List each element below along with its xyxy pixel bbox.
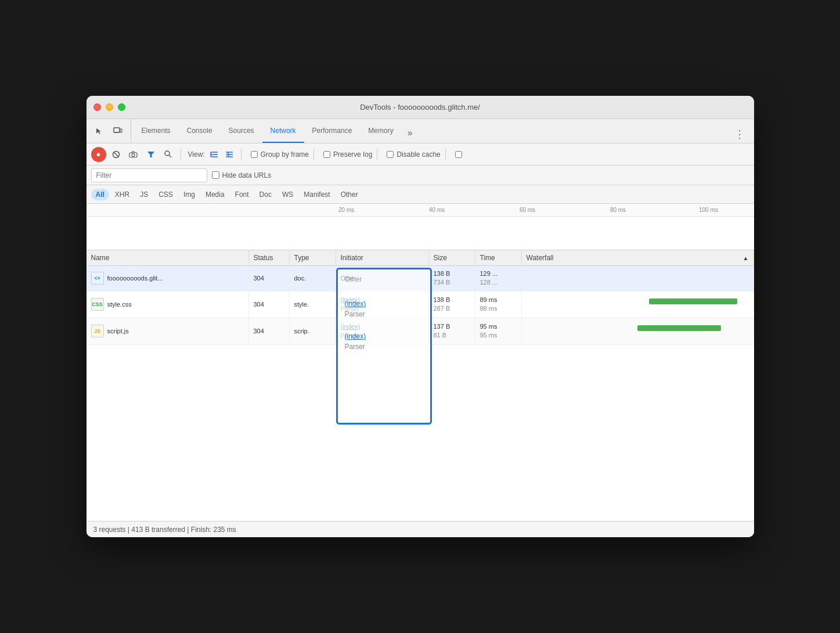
svg-line-4 [114,152,118,157]
header-time[interactable]: Time [475,250,522,265]
td-initiator-1: Other [336,266,429,291]
table-header: Name Status Type Initiator Size Time Wat… [86,250,754,266]
timeline-ruler: 20 ms 40 ms 60 ms 80 ms 100 ms [86,204,754,217]
tab-elements[interactable]: Elements [134,119,179,143]
view-label: View: [188,150,205,159]
table-row[interactable]: <> fooooooooods.glit... 304 doc. Other 1… [86,266,754,292]
status-text: 3 requests | 413 B transferred | Finish:… [93,526,236,534]
close-button[interactable] [93,103,101,111]
header-size[interactable]: Size [429,250,475,265]
traffic-lights [93,103,125,111]
nav-controls [91,119,131,143]
disable-cache-checkbox[interactable]: Disable cache [387,150,440,159]
tick-60ms: 60 ms [482,207,573,213]
td-initiator-2: (index) Parser [336,292,429,318]
minimize-button[interactable] [106,103,113,111]
separator-2 [241,149,241,160]
filter-bar: Hide data URLs [86,166,754,185]
tab-bar: Elements Console Sources Network Perform… [86,119,754,143]
td-status-1: 304 [249,266,290,291]
tab-memory[interactable]: Memory [360,119,401,143]
js-file-icon: JS [91,325,104,337]
network-toolbar: ● View: [86,143,754,166]
table-row[interactable]: JS script.js 304 scrip. (index) Parser 1… [86,318,754,345]
header-waterfall[interactable]: Waterfall ▲ [522,250,754,265]
td-type-3: scrip. [290,318,336,344]
td-size-3: 137 B 81 B [429,318,475,344]
td-size-2: 138 B 287 B [429,292,475,318]
td-waterfall-3 [522,318,754,338]
td-waterfall-1 [522,266,754,291]
status-bar: 3 requests | 413 B transferred | Finish:… [86,521,754,537]
clear-button[interactable] [109,147,124,162]
type-doc[interactable]: Doc [255,189,276,200]
td-size-1: 138 B 734 B [429,266,475,291]
header-name[interactable]: Name [86,250,249,265]
tab-sources[interactable]: Sources [221,119,262,143]
svg-line-9 [169,155,171,157]
tab-network[interactable]: Network [262,119,304,143]
type-media[interactable]: Media [201,189,229,200]
tab-console[interactable]: Console [179,119,221,143]
svg-point-8 [165,151,170,156]
hide-data-urls-checkbox[interactable]: Hide data URLs [212,171,272,179]
tab-performance[interactable]: Performance [304,119,360,143]
separator-4 [377,149,377,160]
td-name-2: CSS style.css [86,292,249,318]
timeline-graph [86,217,754,250]
type-other[interactable]: Other [336,189,363,200]
td-initiator-3: (index) Parser [336,318,429,344]
svg-marker-7 [147,152,154,157]
tabs: Elements Console Sources Network Perform… [134,119,419,143]
devtools-menu-button[interactable]: ⋮ [732,125,747,143]
waterfall-view-icon[interactable] [222,148,236,161]
tick-100ms: 100 ms [664,207,754,213]
td-waterfall-2 [522,292,754,311]
cursor-icon[interactable] [91,123,107,139]
device-icon[interactable] [110,123,126,139]
more-options-checkbox[interactable] [455,151,462,158]
filter-input[interactable] [91,168,207,182]
type-css[interactable]: CSS [154,189,178,200]
td-time-1: 129 ... 128 ... [475,266,522,291]
header-status[interactable]: Status [249,250,290,265]
type-all[interactable]: All [91,189,109,200]
header-initiator[interactable]: Initiator [336,250,429,265]
td-status-3: 304 [249,318,290,344]
window-title: DevTools - fooooooooods.glitch.me/ [360,103,480,112]
list-view-icon[interactable] [207,148,221,161]
timeline: 20 ms 40 ms 60 ms 80 ms 100 ms [86,204,754,250]
filter-icon[interactable] [143,147,158,162]
tick-20ms: 20 ms [301,207,392,213]
header-type[interactable]: Type [290,250,336,265]
separator-3 [313,149,314,160]
svg-rect-1 [120,129,122,132]
group-by-frame-checkbox[interactable]: Group by frame [251,150,309,159]
type-xhr[interactable]: XHR [110,189,134,200]
tick-80ms: 80 ms [573,207,664,213]
title-bar: DevTools - fooooooooods.glitch.me/ [86,96,754,119]
search-icon[interactable] [161,147,176,162]
preserve-log-checkbox[interactable]: Preserve log [323,150,372,159]
type-manifest[interactable]: Manifest [299,189,334,200]
svg-point-6 [132,153,135,156]
type-ws[interactable]: WS [277,189,298,200]
td-time-3: 95 ms 95 ms [475,318,522,344]
camera-icon[interactable] [126,147,141,162]
record-button[interactable]: ● [91,147,106,162]
more-tabs-button[interactable]: » [402,123,419,143]
network-table: Name Status Type Initiator Size Time Wat… [86,250,754,521]
td-type-1: doc. [290,266,336,291]
table-row[interactable]: CSS style.css 304 style. (index) Parser … [86,292,754,318]
maximize-button[interactable] [118,103,125,111]
td-time-2: 89 ms 88 ms [475,292,522,318]
waterfall-bar-3 [637,325,721,331]
css-file-icon: CSS [91,298,104,311]
separator-5 [445,149,446,160]
type-font[interactable]: Font [230,189,254,200]
devtools-window: DevTools - fooooooooods.glitch.me/ Eleme… [86,96,754,537]
html-file-icon: <> [91,272,104,285]
type-img[interactable]: Img [179,189,200,200]
type-js[interactable]: JS [135,189,153,200]
type-filter-bar: All XHR JS CSS Img Media Font Doc WS Man… [86,185,754,204]
